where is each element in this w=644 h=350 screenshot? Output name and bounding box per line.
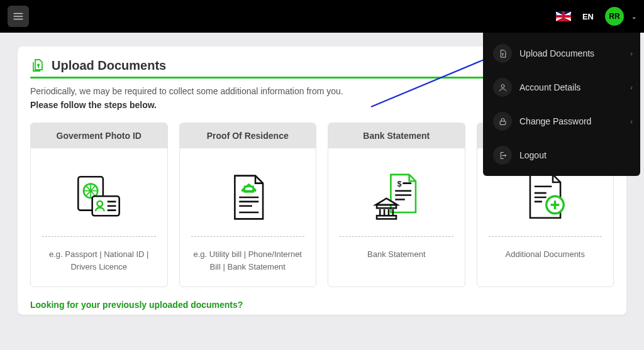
lock-icon [493, 112, 512, 131]
house-bill-icon [221, 170, 275, 224]
card-bank-statement[interactable]: Bank Statement $ [328, 123, 465, 287]
previous-docs-link[interactable]: Looking for your previously uploaded doc… [30, 300, 614, 310]
menu-account-details[interactable]: Account Details › [483, 70, 640, 104]
menu-change-password[interactable]: Change Password › [483, 104, 640, 138]
svg-rect-1 [500, 121, 506, 124]
menu-label: Account Details [519, 82, 580, 92]
card-desc: e.g. Passport | National ID | Drivers Li… [31, 237, 167, 287]
svg-rect-19 [377, 205, 396, 208]
hamburger-icon [13, 11, 24, 22]
topbar-right: EN RR ⌄ [556, 7, 636, 26]
passport-id-icon [72, 170, 126, 224]
avatar[interactable]: RR [605, 7, 624, 26]
card-body: $ [328, 148, 465, 236]
card-proof-residence[interactable]: Proof Of Residence e.g. Utility bill | [179, 123, 317, 287]
card-header: Bank Statement [328, 123, 465, 148]
logout-icon [493, 146, 512, 165]
document-upload-icon [493, 44, 512, 63]
svg-rect-24 [377, 216, 396, 219]
page-title: Upload Documents [52, 58, 166, 73]
additional-doc-icon [518, 170, 572, 224]
chevron-right-icon: › [630, 50, 633, 57]
svg-point-0 [501, 84, 504, 87]
menu-label: Logout [519, 150, 547, 160]
chevron-down-icon[interactable]: ⌄ [631, 13, 636, 20]
document-upload-icon [30, 58, 45, 73]
menu-label: Change Password [519, 116, 591, 126]
user-icon [493, 78, 512, 97]
card-body [180, 148, 316, 236]
card-desc: Bank Statement [328, 237, 465, 281]
menu-logout[interactable]: Logout [483, 138, 640, 172]
card-header: Goverment Photo ID [31, 123, 167, 148]
bank-statement-icon: $ [369, 170, 423, 224]
top-bar: EN RR ⌄ [0, 0, 644, 33]
menu-label: Upload Documents [519, 48, 594, 58]
language-code[interactable]: EN [582, 12, 594, 21]
flag-icon[interactable] [556, 11, 571, 21]
card-body [31, 148, 167, 236]
chevron-right-icon: › [630, 118, 633, 125]
menu-upload-documents[interactable]: Upload Documents › [483, 36, 640, 70]
user-dropdown: Upload Documents › Account Details › Cha… [483, 33, 640, 176]
chevron-right-icon: › [630, 84, 633, 91]
card-desc: Additional Documents [477, 237, 614, 281]
svg-text:$: $ [397, 180, 402, 189]
card-desc: e.g. Utility bill | Phone/Internet Bill … [180, 237, 316, 287]
hamburger-button[interactable] [8, 6, 29, 27]
card-header: Proof Of Residence [180, 123, 316, 148]
card-photo-id[interactable]: Goverment Photo ID e.g. Pa [30, 123, 168, 287]
